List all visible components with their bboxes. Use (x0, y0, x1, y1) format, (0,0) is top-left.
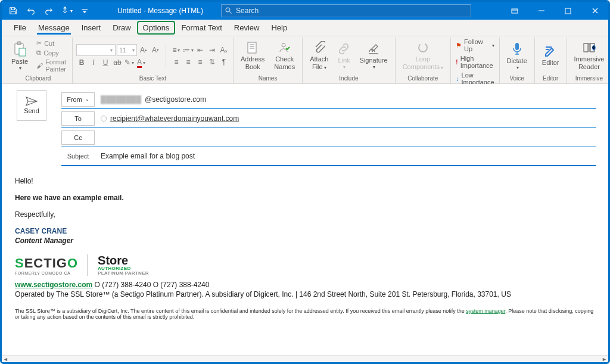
redo-icon[interactable] (40, 2, 58, 20)
font-size-combo[interactable]: 11▾ (117, 44, 137, 56)
tab-review[interactable]: Review (228, 20, 266, 36)
format-painter-button[interactable]: 🖌Format Painter (34, 58, 69, 73)
to-button[interactable]: To (61, 111, 95, 126)
scroll-right-icon[interactable]: ► (602, 356, 607, 362)
underline-icon[interactable]: U (100, 57, 111, 68)
ribbon-mode-icon[interactable] (501, 2, 528, 20)
numbering-icon[interactable]: ≔▾ (183, 45, 194, 55)
bullets-icon[interactable]: ≡▾ (171, 45, 182, 55)
to-field[interactable]: recipient@whateverdomainyouwant.com (101, 114, 596, 123)
search-box[interactable]: Search (221, 4, 471, 17)
indent-icon[interactable]: ⇥ (207, 45, 217, 55)
body-closing: Respectfully, (15, 210, 595, 219)
cc-button[interactable]: Cc (61, 130, 95, 145)
paste-button[interactable]: Paste▾ (8, 40, 32, 73)
align-right-icon[interactable]: ≡ (195, 57, 206, 67)
message-body[interactable]: Hello! Here we have an example email. Re… (2, 166, 608, 339)
highlight-icon[interactable]: ✎▾ (124, 57, 135, 68)
paperclip-icon (313, 41, 325, 54)
from-button[interactable]: From⌄ (61, 92, 95, 107)
tab-draw[interactable]: Draw (107, 20, 136, 36)
signature-name: CASEY CRANE (15, 227, 595, 235)
align-left-icon[interactable]: ≡ (171, 57, 182, 67)
font-name-combo[interactable]: ▾ (76, 44, 116, 56)
close-icon[interactable] (581, 2, 608, 20)
group-names: AddressBook CheckNames Names (234, 38, 303, 83)
svg-point-8 (419, 43, 427, 52)
link-button[interactable]: Link▾ (334, 41, 353, 71)
grow-font-icon[interactable]: A▴ (138, 45, 149, 55)
window-title: Untitled - Message (HTML) (117, 7, 203, 15)
maximize-icon[interactable] (555, 2, 581, 20)
font-color-icon[interactable]: A▾ (136, 57, 147, 68)
tab-options[interactable]: Options (137, 21, 176, 35)
tab-insert[interactable]: Insert (76, 20, 107, 36)
qat-more-icon[interactable] (76, 2, 94, 20)
outdent-icon[interactable]: ⇤ (195, 45, 206, 55)
signature-logo: SECTIGO FORMERLY COMODO CA Store AUTHORI… (15, 254, 595, 276)
cut-icon: ✂ (36, 39, 42, 47)
group-label: Include (306, 74, 391, 83)
tab-message[interactable]: Message (32, 20, 76, 36)
high-importance-button[interactable]: !High Importance (455, 54, 496, 70)
horizontal-scrollbar[interactable]: ◄ ► (2, 355, 608, 362)
group-include: AttachFile▾ Link▾ Signature▾ Include (303, 38, 395, 83)
strike-icon[interactable]: ab (112, 57, 123, 68)
line-spacing-icon[interactable]: ⇅ (207, 57, 217, 67)
follow-up-button[interactable]: ⚑Follow Up▾ (455, 38, 496, 53)
dictate-button[interactable]: Dictate▾ (503, 41, 531, 72)
reader-icon (582, 41, 596, 54)
shrink-font-icon[interactable]: A▾ (150, 45, 161, 55)
signature-footer: Operated by The SSL Store™ (a Sectigo Pl… (15, 290, 595, 298)
group-label: Voice (503, 74, 531, 83)
body-line: Here we have an example email. (15, 194, 595, 202)
svg-point-7 (282, 43, 285, 47)
editor-button[interactable]: Editor (539, 43, 563, 68)
paragraph-marks-icon[interactable]: ¶ (219, 57, 229, 67)
group-editor: Editor Editor (535, 38, 567, 83)
svg-rect-2 (565, 8, 571, 14)
address-book-button[interactable]: AddressBook (237, 40, 268, 72)
tab-help[interactable]: Help (265, 20, 293, 36)
group-basic-text: ▾ 11▾ A▴ A▾ B I U ab ✎▾ A▾ ≡▾ ≔▾ (73, 38, 234, 83)
subject-field[interactable]: Example email for a blog post (101, 152, 596, 160)
touch-mode-icon[interactable]: ▾ (58, 2, 76, 20)
align-center-icon[interactable]: ≡ (183, 57, 194, 67)
link-icon (338, 42, 350, 55)
send-button[interactable]: Send (17, 90, 46, 121)
window-controls (501, 2, 608, 20)
system-manager-link[interactable]: system manager (466, 308, 505, 314)
svg-rect-5 (19, 48, 26, 56)
subject-label: Subject (61, 153, 95, 160)
svg-rect-6 (248, 42, 256, 53)
presence-icon (101, 116, 107, 122)
signature-url[interactable]: www.sectigostore.com (15, 281, 92, 289)
group-voice: Dictate▾ Voice (500, 38, 535, 83)
body-greeting: Hello! (15, 177, 595, 185)
compose-pane: Send From⌄ ████████@sectigostore.com To … (2, 84, 608, 362)
tab-format-text[interactable]: Format Text (175, 20, 228, 36)
group-label: Collaborate (399, 74, 447, 83)
minimize-icon[interactable] (528, 2, 555, 20)
attach-file-button[interactable]: AttachFile▾ (306, 40, 332, 72)
clear-format-icon[interactable]: Aₓ (219, 45, 229, 55)
undo-icon[interactable] (22, 2, 40, 20)
check-names-button[interactable]: CheckNames (270, 40, 298, 72)
group-collaborate: LoopComponents▾ Collaborate (396, 38, 451, 83)
bold-icon[interactable]: B (76, 57, 87, 68)
save-icon[interactable] (4, 2, 22, 20)
search-placeholder: Search (236, 7, 259, 15)
editor-icon (544, 45, 557, 58)
tab-file[interactable]: File (8, 20, 32, 36)
signature-icon (368, 42, 379, 55)
legal-disclaimer: The SSL Store™ is a subsidiary of DigiCe… (15, 308, 595, 320)
italic-icon[interactable]: I (88, 57, 99, 68)
group-immersive: ImmersiveReader Immersive (567, 38, 610, 83)
cut-button[interactable]: ✂Cut (34, 39, 69, 48)
from-value[interactable]: ████████@sectigostore.com (101, 95, 596, 104)
scroll-left-icon[interactable]: ◄ (3, 356, 8, 362)
signature-button[interactable]: Signature▾ (356, 41, 391, 71)
loop-components-button[interactable]: LoopComponents▾ (399, 40, 447, 72)
copy-button[interactable]: ⧉Copy (34, 48, 69, 57)
immersive-reader-button[interactable]: ImmersiveReader (571, 40, 608, 72)
